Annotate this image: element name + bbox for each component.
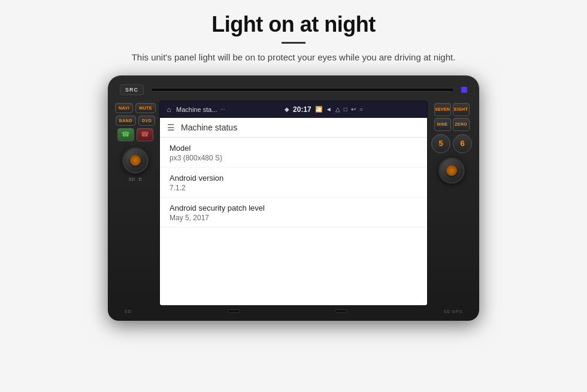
app-header: ☰ Machine status (160, 118, 427, 138)
android-screen: ⌂ Machine sta... ··· ◆ 20:17 🎦 ◄ △ □ ↩ ○ (159, 101, 428, 306)
page-subtitle: This unit's panel light will be on to pr… (132, 51, 456, 65)
eight-button[interactable]: EIGHT (453, 103, 470, 116)
mute-button[interactable]: MUTE (135, 103, 156, 113)
info-item-security-patch: Android security patch level May 5, 2017 (160, 197, 427, 227)
camera-icon: 🎦 (315, 106, 322, 113)
seven-button[interactable]: SEVEN (434, 103, 451, 116)
status-time: 20:17 (293, 105, 311, 114)
left-panel: NAVI MUTE BAND DVD ☎ ☎ SD D (115, 101, 156, 306)
call-end-button[interactable]: ☎ (137, 128, 153, 141)
sd-label-left: SD (129, 177, 135, 181)
home2-icon: ○ (359, 106, 363, 113)
model-value: px3 (800x480 S) (170, 154, 417, 162)
round-btn-row: 5 6 (431, 134, 472, 153)
left-knob[interactable] (122, 147, 149, 174)
band-button[interactable]: BAND (116, 116, 136, 126)
android-version-value: 7.1.2 (170, 184, 417, 192)
screen-icon: □ (344, 106, 347, 113)
status-dots: ··· (220, 106, 225, 113)
sd-left-label: SD (125, 309, 131, 314)
nav-icon: ◆ (285, 106, 289, 113)
info-item-android-version: Android version 7.1.2 (160, 168, 427, 197)
model-label: Model (170, 144, 417, 153)
d-label-left: D (139, 177, 143, 181)
band-dvd-group: BAND DVD (116, 116, 156, 126)
bottom-port-left (228, 309, 240, 313)
status-bar: ⌂ Machine sta... ··· ◆ 20:17 🎦 ◄ △ □ ↩ ○ (160, 101, 427, 118)
android-version-label: Android version (170, 174, 417, 183)
security-patch-label: Android security patch level (170, 203, 417, 212)
page-title: Light on at night (211, 12, 375, 37)
security-patch-value: May 5, 2017 (170, 214, 417, 222)
navi-button[interactable]: NAVI (115, 103, 133, 113)
eject-icon: △ (335, 106, 340, 113)
status-app-name: Machine sta... (176, 106, 217, 113)
middle-section: NAVI MUTE BAND DVD ☎ ☎ SD D (115, 101, 472, 306)
status-bar-center: ◆ 20:17 🎦 ◄ △ □ ↩ ○ (285, 105, 363, 114)
info-item-model: Model px3 (800x480 S) (160, 138, 427, 168)
nine-button[interactable]: NINE (434, 118, 451, 131)
left-knob-inner (130, 155, 141, 166)
sd-row-left: SD D (129, 176, 142, 181)
top-bar: SRC (115, 81, 472, 98)
navi-mute-group: NAVI MUTE (115, 103, 156, 113)
right-knob-inner (446, 165, 457, 176)
sd-gps-label: SD GPS (444, 309, 462, 314)
status-bar-left: ⌂ Machine sta... ··· (165, 105, 225, 114)
num-5-button[interactable]: 5 (431, 134, 450, 153)
zero-button[interactable]: ZERO (453, 118, 470, 131)
bottom-bar: SD SD GPS (115, 307, 472, 316)
right-panel: SEVEN EIGHT NINE ZERO 5 6 (431, 101, 472, 306)
numpad-grid: SEVEN EIGHT NINE ZERO (434, 103, 470, 131)
right-knob[interactable] (438, 157, 465, 184)
bottom-port-right (335, 309, 347, 313)
back-icon: ↩ (351, 106, 356, 113)
title-divider (282, 42, 305, 44)
indicator-light (461, 87, 467, 93)
call-answer-button[interactable]: ☎ (117, 128, 134, 141)
app-header-title: Machine status (181, 123, 237, 132)
call-buttons-group: ☎ ☎ (117, 128, 153, 141)
car-head-unit: SRC NAVI MUTE BAND DVD ☎ ☎ SD D (108, 75, 479, 321)
num-6-button[interactable]: 6 (453, 134, 472, 153)
dvd-button[interactable]: DVD (138, 116, 155, 126)
vol-icon: ◄ (326, 106, 332, 113)
src-button[interactable]: SRC (120, 84, 144, 95)
menu-icon[interactable]: ☰ (167, 123, 175, 132)
cd-slot (151, 88, 454, 92)
app-content: ☰ Machine status Model px3 (800x480 S) A… (160, 118, 427, 305)
home-icon[interactable]: ⌂ (165, 105, 173, 114)
